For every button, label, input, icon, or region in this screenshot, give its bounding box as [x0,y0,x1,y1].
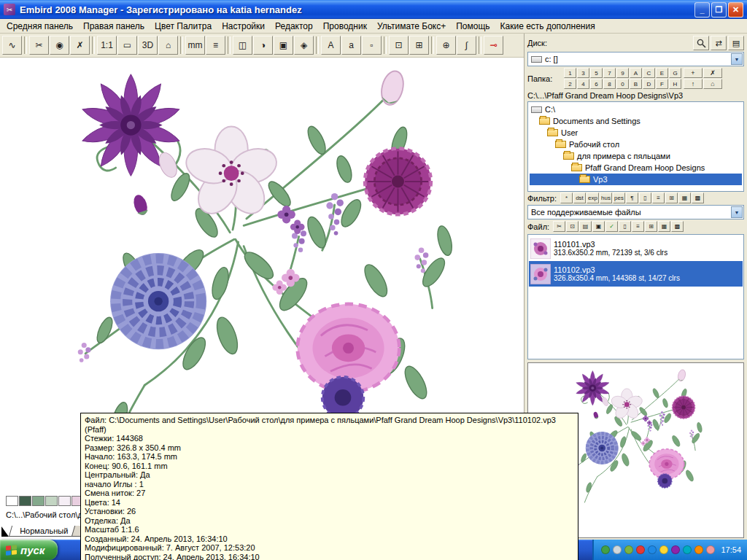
tree-item-user[interactable]: User [530,127,742,139]
sewing-machine-button[interactable]: ⌂ [158,36,178,55]
check-button[interactable]: ✓ [605,221,618,232]
start-button[interactable]: пуск [0,540,58,560]
parent-folder-button[interactable]: ↑ [684,79,703,89]
cards-view-button[interactable]: ▤ [728,36,744,50]
image-button[interactable]: ▣ [592,221,605,232]
copy-design-button[interactable]: ⊡ [389,36,409,55]
hotkey-button[interactable]: 2 [564,79,576,89]
filter-all-button[interactable]: * [560,192,573,203]
list-view-button[interactable]: ≡ [652,192,665,203]
curve-tool-button[interactable]: ∫ [457,36,476,55]
menu-item-color-palette[interactable]: Цвет Палитра [150,20,217,33]
menu-item-addons[interactable]: Какие есть дополнения [495,20,600,33]
small-window-button[interactable]: ▫ [362,36,382,55]
tray-icon[interactable] [694,545,703,554]
close-button[interactable]: ✕ [728,2,743,18]
monitor-view-button[interactable]: ▭ [117,36,137,55]
minimize-button[interactable]: _ [694,2,710,18]
hotkey-button[interactable]: A [630,68,642,78]
hoop-square-button[interactable]: ▣ [274,36,293,55]
hotkey-button[interactable]: E [656,68,668,78]
menu-item-settings[interactable]: Настройки [217,20,270,33]
menu-item-middle-panel[interactable]: Средняя панель [1,20,78,33]
hotkey-button[interactable]: 3 [577,68,589,78]
units-inch-button[interactable]: ≡ [206,36,225,55]
menu-item-help[interactable]: Помощь [451,20,495,33]
delete-folder-button[interactable]: ✗ [703,68,722,78]
paste-button[interactable]: ▤ [579,221,592,232]
thumbnails-view-button[interactable]: ▩ [671,221,684,232]
view-3d-button[interactable]: 3D [138,36,158,55]
color-swatch[interactable] [32,496,44,506]
cut-button[interactable]: ✂ [553,221,565,232]
list-view-button[interactable]: ≡ [632,221,644,232]
delete-design-button[interactable]: ✗ [70,36,90,55]
filter-exp-button[interactable]: exp [587,192,599,203]
hotkey-button[interactable]: 9 [616,68,629,78]
file-item-110101[interactable]: 110101.vp3 313.6x350.2 mm, 72139 st, 3/6… [529,236,743,261]
filter-hus-button[interactable]: hus [600,192,612,203]
hotkey-button[interactable]: G [669,68,681,78]
tray-icon[interactable] [648,545,657,554]
units-mm-button[interactable]: mm [185,36,205,55]
icons-view-button[interactable]: ▦ [658,221,670,232]
chevron-down-icon[interactable]: ▼ [731,53,743,65]
tray-icon[interactable] [636,545,645,554]
tree-item-c-drive[interactable]: C:\ [530,104,742,115]
hotkey-button[interactable]: D [643,79,655,89]
tab-normal-view[interactable]: Нормальный [9,526,79,537]
new-folder-button[interactable]: + [684,68,703,78]
icons-view-button[interactable]: ▦ [678,192,691,203]
tray-icon[interactable] [671,545,680,554]
zoom-button[interactable] [693,36,709,50]
scale-1to1-button[interactable]: 1:1 [97,36,117,55]
hotkey-button[interactable]: 1 [564,68,576,78]
small-icons-view-button[interactable]: ⊞ [665,192,678,203]
chevron-down-icon[interactable]: ▼ [731,206,743,218]
tree-view-button[interactable]: ⊞ [409,36,429,55]
camera-button[interactable]: ◉ [50,36,69,55]
tray-icon[interactable] [706,545,715,554]
color-swatch[interactable] [19,496,31,506]
refresh-button[interactable]: ⇄ [711,36,727,50]
menu-item-ultimate-box[interactable]: Ультимате Бокс+ [372,20,451,33]
menu-item-editor[interactable]: Редактор [270,20,318,33]
tree-item-hoop-examples[interactable]: для примера с пяльцами [530,150,742,162]
tray-icon[interactable] [613,545,622,554]
menu-item-explorer[interactable]: Проводник [318,20,372,33]
trash-button[interactable]: ▯ [639,192,651,203]
root-folder-button[interactable]: ⌂ [703,79,722,89]
maximize-button[interactable]: ❐ [711,2,727,18]
hotkey-button[interactable]: B [630,79,642,89]
hotkey-button[interactable]: C [643,68,655,78]
text-small-button[interactable]: a [341,36,361,55]
color-swatch[interactable] [58,496,71,506]
hoop-diamond-button[interactable]: ◈ [294,36,314,55]
hotkey-button[interactable]: H [669,79,681,89]
tray-icon[interactable] [601,545,610,554]
tree-item-desktop[interactable]: Рабочий стол [530,139,742,150]
hotkey-button[interactable]: 4 [577,79,589,89]
drive-select[interactable]: c: [] ▼ [527,52,744,66]
tree-item-vp3[interactable]: Vp3 [530,174,742,185]
tree-item-documents-and-settings[interactable]: Documents and Settings [530,115,742,127]
tray-icon[interactable] [624,545,633,554]
filter-pes-button[interactable]: pes [613,192,625,203]
hoop-round-button[interactable]: ◑ [253,36,273,55]
small-icons-view-button[interactable]: ⊞ [645,221,657,232]
knife-tool-button[interactable]: ✂ [29,36,49,55]
cart-button[interactable]: ⊕ [436,36,456,55]
menu-item-right-panel[interactable]: Правая панель [78,20,150,33]
filter-dst-button[interactable]: dst [573,192,586,203]
color-swatch[interactable] [45,496,58,506]
open-design-button[interactable]: ∿ [2,36,22,55]
hotkey-button[interactable]: 7 [603,68,616,78]
filter-select[interactable]: Все поддерживаемые файлы ▼ [527,205,744,219]
key-registration-button[interactable]: ⊸ [484,36,503,55]
thumbnails-view-button[interactable]: ▩ [692,192,704,203]
text-tool-button[interactable]: A [321,36,341,55]
filter-more-button[interactable]: ¶ [626,192,638,203]
volume-icon[interactable] [659,545,668,554]
hotkey-button[interactable]: 0 [616,79,629,89]
hotkey-button[interactable]: F [656,79,668,89]
